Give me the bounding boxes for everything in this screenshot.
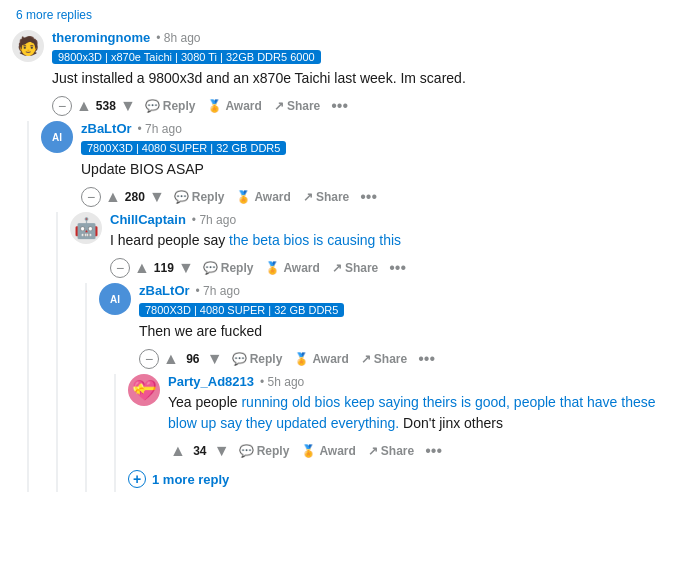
vote-count: 119 [154, 261, 174, 275]
timestamp: • 7h ago [192, 213, 236, 227]
reply-button[interactable]: 💬 Reply [227, 349, 288, 369]
nested-content: AI zBaLtOr • 7h ago 7800X3D | 4080 SUPER… [87, 283, 665, 492]
action-bar: − ▲ 280 ▼ 💬 Reply 🏅 Award [81, 186, 665, 208]
reply-icon: 💬 [203, 261, 218, 275]
reply-button[interactable]: 💬 Reply [140, 96, 201, 116]
reply-icon: 💬 [174, 190, 189, 204]
comment-text: Just installed a 9800x3d and an x870e Ta… [52, 68, 665, 89]
comment-header: ChillCaptain • 7h ago [110, 212, 665, 227]
comment-zbalt2: AI zBaLtOr • 7h ago 7800X3D | 4080 SUPER… [99, 283, 665, 370]
upvote-button[interactable]: ▲ [168, 440, 188, 462]
more-options-button[interactable]: ••• [327, 95, 352, 117]
share-button[interactable]: ↗ Share [269, 96, 325, 116]
highlighted-text: the beta bios is causing this [229, 232, 401, 248]
more-options-button[interactable]: ••• [385, 257, 410, 279]
more-options-button[interactable]: ••• [421, 440, 446, 462]
more-options-button[interactable]: ••• [414, 348, 439, 370]
action-bar: − ▲ 96 ▼ 💬 Reply [139, 348, 665, 370]
share-button[interactable]: ↗ Share [363, 441, 419, 461]
reply-button[interactable]: 💬 Reply [234, 441, 295, 461]
more-replies-label: 1 more reply [152, 472, 229, 487]
comment-text: Yea people running old bios keep saying … [168, 392, 665, 434]
vote-section: ▲ 119 ▼ [132, 257, 196, 279]
reply-button[interactable]: 💬 Reply [169, 187, 230, 207]
nested-level-3: AI zBaLtOr • 7h ago 7800X3D | 4080 SUPER… [70, 283, 665, 492]
award-icon: 🏅 [207, 99, 222, 113]
reply-icon: 💬 [145, 99, 160, 113]
downvote-button[interactable]: ▼ [118, 95, 138, 117]
upvote-button[interactable]: ▲ [132, 257, 152, 279]
upvote-button[interactable]: ▲ [103, 186, 123, 208]
nested-content: 🤖 ChillCaptain • 7h ago I heard people s… [58, 212, 665, 492]
share-icon: ↗ [368, 444, 378, 458]
collapse-button[interactable]: − [139, 349, 159, 369]
vote-section: ▲ 280 ▼ [103, 186, 167, 208]
share-icon: ↗ [274, 99, 284, 113]
downvote-button[interactable]: ▼ [176, 257, 196, 279]
award-button[interactable]: 🏅 Award [289, 349, 353, 369]
vote-count: 538 [96, 99, 116, 113]
award-icon: 🏅 [265, 261, 280, 275]
avatar: 🤖 [70, 212, 102, 244]
username[interactable]: Party_Ad8213 [168, 374, 254, 389]
comment-zbalt1: AI zBaLtOr • 7h ago 7800X3D | 4080 SUPER… [41, 121, 665, 208]
share-button[interactable]: ↗ Share [327, 258, 383, 278]
comment-theromingnome: 🧑 theromingnome • 8h ago 9800x3D | x870e… [12, 30, 665, 117]
collapse-button[interactable]: − [81, 187, 101, 207]
award-button[interactable]: 🏅 Award [296, 441, 360, 461]
vote-section: ▲ 34 ▼ [168, 440, 232, 462]
award-icon: 🏅 [294, 352, 309, 366]
vote-count: 34 [190, 444, 210, 458]
plus-circle-icon: + [128, 470, 146, 488]
award-button[interactable]: 🏅 Award [231, 187, 295, 207]
more-options-button[interactable]: ••• [356, 186, 381, 208]
comment-body: Party_Ad8213 • 5h ago Yea people running… [168, 374, 665, 462]
comment-text: Then we are fucked [139, 321, 665, 342]
comment-header: zBaLtOr • 7h ago [139, 283, 665, 298]
action-bar: − ▲ 538 ▼ 💬 Reply 🏅 Award ↗ Share [52, 95, 665, 117]
upvote-button[interactable]: ▲ [74, 95, 94, 117]
award-icon: 🏅 [301, 444, 316, 458]
avatar-label: AI [52, 132, 62, 143]
share-button[interactable]: ↗ Share [356, 349, 412, 369]
award-button[interactable]: 🏅 Award [260, 258, 324, 278]
reply-icon: 💬 [232, 352, 247, 366]
share-icon: ↗ [361, 352, 371, 366]
username[interactable]: theromingnome [52, 30, 150, 45]
user-flair: 7800X3D | 4080 SUPER | 32 GB DDR5 [139, 303, 344, 317]
share-icon: ↗ [303, 190, 313, 204]
comment-body: theromingnome • 8h ago 9800x3D | x870e T… [52, 30, 665, 117]
reply-button[interactable]: 💬 Reply [198, 258, 259, 278]
upvote-button[interactable]: ▲ [161, 348, 181, 370]
timestamp: • 5h ago [260, 375, 304, 389]
vote-section: ▲ 538 ▼ [74, 95, 138, 117]
comment-party: 💝 Party_Ad8213 • 5h ago Yea people ru [128, 374, 665, 462]
downvote-button[interactable]: ▼ [212, 440, 232, 462]
username[interactable]: ChillCaptain [110, 212, 186, 227]
downvote-button[interactable]: ▼ [205, 348, 225, 370]
avatar: 🧑 [12, 30, 44, 62]
reply-icon: 💬 [239, 444, 254, 458]
username[interactable]: zBaLtOr [81, 121, 132, 136]
share-button[interactable]: ↗ Share [298, 187, 354, 207]
username[interactable]: zBaLtOr [139, 283, 190, 298]
award-icon: 🏅 [236, 190, 251, 204]
collapse-button[interactable]: − [52, 96, 72, 116]
more-replies-button[interactable]: + 1 more reply [128, 466, 665, 492]
comment-header: zBaLtOr • 7h ago [81, 121, 665, 136]
avatar: AI [41, 121, 73, 153]
comment-thread: 6 more replies 🧑 theromingnome • 8h ago … [0, 0, 677, 500]
avatar: AI [99, 283, 131, 315]
comment-chillcaptain: 🤖 ChillCaptain • 7h ago I heard people s… [70, 212, 665, 279]
nested-content: AI zBaLtOr • 7h ago 7800X3D | 4080 SUPER… [29, 121, 665, 492]
more-replies-top[interactable]: 6 more replies [12, 8, 665, 22]
user-flair: 9800x3D | x870e Taichi | 3080 Ti | 32GB … [52, 50, 321, 64]
collapse-button[interactable]: − [110, 258, 130, 278]
nested-level-4: 💝 Party_Ad8213 • 5h ago Yea people ru [99, 374, 665, 492]
comment-body: ChillCaptain • 7h ago I heard people say… [110, 212, 665, 279]
downvote-button[interactable]: ▼ [147, 186, 167, 208]
award-button[interactable]: 🏅 Award [202, 96, 266, 116]
vote-count: 96 [183, 352, 203, 366]
nested-level-1: AI zBaLtOr • 7h ago 7800X3D | 4080 SUPER… [12, 121, 665, 492]
highlighted-text: running old bios keep saying theirs is g… [168, 394, 656, 431]
